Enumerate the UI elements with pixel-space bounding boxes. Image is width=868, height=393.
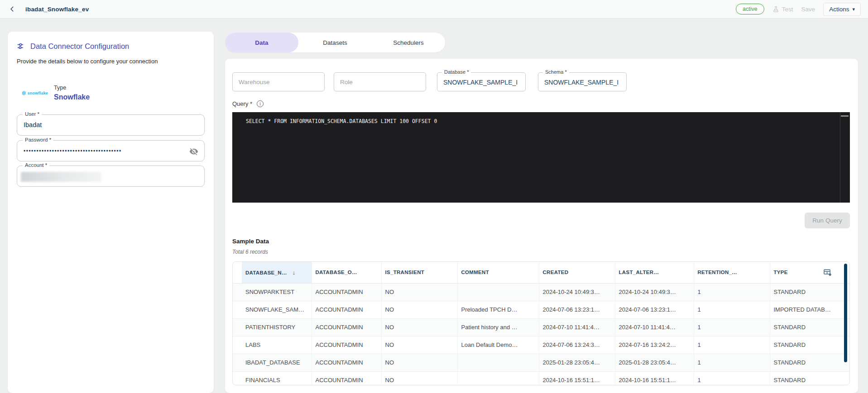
table-cell: 2024-10-24 10:49:3… <box>615 283 694 301</box>
role-field[interactable] <box>334 72 426 91</box>
table-cell: 2024-07-16 13:24:2… <box>615 336 694 354</box>
top-bar: ibadat_Snowflake_ev active Test Save Act… <box>0 0 868 19</box>
table-scrollbar-thumb[interactable] <box>844 264 847 362</box>
table-cell: NO <box>381 318 457 336</box>
table-row[interactable]: PATIENTHISTORYACCOUNTADMINNOPatient hist… <box>233 318 849 336</box>
column-header-database-o[interactable]: DATABASE_O… <box>312 262 381 283</box>
account-field-redacted-value <box>21 172 101 182</box>
query-text: SELECT * FROM INFORMATION_SCHEMA.DATABAS… <box>232 112 850 124</box>
table-cell: ACCOUNTADMIN <box>312 301 381 318</box>
table-row[interactable]: SNOWPARKTESTACCOUNTADMINNO2024-10-24 10:… <box>233 283 849 301</box>
tab-datasets[interactable]: Datasets <box>298 33 372 52</box>
query-code-editor[interactable]: SELECT * FROM INFORMATION_SCHEMA.DATABAS… <box>232 112 850 203</box>
table-row[interactable]: SNOWFLAKE_SAM…ACCOUNTADMINNOPreloaded TP… <box>233 301 849 318</box>
column-header-retention[interactable]: RETENTION_… <box>694 262 770 283</box>
table-cell: Loan Default Demo… <box>457 336 539 354</box>
table-cell: ACCOUNTADMIN <box>312 336 381 354</box>
eye-off-icon <box>189 147 198 156</box>
column-settings-icon[interactable] <box>823 268 832 279</box>
password-field[interactable]: Password * •••••••••••••••••••••••••••••… <box>17 140 205 161</box>
column-header-label: TYPE <box>774 270 788 275</box>
sample-data-table: DATABASE_N…↓DATABASE_O…IS_TRANSIENTCOMME… <box>232 261 850 385</box>
table-cell: ACCOUNTADMIN <box>312 354 381 371</box>
database-field-label: Database * <box>442 69 471 75</box>
run-query-button[interactable]: Run Query <box>805 213 850 228</box>
account-field[interactable]: Account * <box>17 166 205 187</box>
config-panel: Data Connector Configuration Provide the… <box>8 32 214 393</box>
table-cell: IBADAT_DATABASE <box>242 354 312 371</box>
table-cell: SNOWFLAKE_SAM… <box>242 301 312 318</box>
column-header-last-alter[interactable]: LAST_ALTER… <box>615 262 694 283</box>
table-cell: 2024-07-06 13:23:1… <box>615 301 694 318</box>
password-field-label: Password * <box>23 137 53 142</box>
table-cell: 2025-01-28 23:05:4… <box>539 354 615 371</box>
data-tab-panel: Database * SNOWFLAKE_SAMPLE_I Schema * S… <box>225 59 858 393</box>
actions-button[interactable]: Actions ▾ <box>823 3 861 16</box>
sort-descending-icon[interactable]: ↓ <box>293 269 296 276</box>
schema-field-label: Schema * <box>543 69 569 75</box>
snowflake-logo: ❄ snowflake <box>21 90 45 97</box>
table-cell: STANDARD <box>770 283 849 301</box>
back-button[interactable] <box>7 4 17 14</box>
test-button[interactable]: Test <box>772 6 793 13</box>
column-header-label: RETENTION_… <box>698 270 738 275</box>
config-title: Data Connector Configuration <box>30 42 129 51</box>
editor-scrollbar-thumb[interactable] <box>841 115 849 117</box>
column-header-database-n[interactable]: DATABASE_N…↓ <box>242 262 312 283</box>
table-cell <box>457 371 539 385</box>
role-input[interactable] <box>334 73 426 91</box>
column-header-label: COMMENT <box>461 270 489 275</box>
info-icon[interactable]: i <box>257 100 264 107</box>
table-cell: 1 <box>694 371 770 385</box>
schema-field-value: SNOWFLAKE_SAMPLE_I <box>538 73 626 86</box>
table-row[interactable]: LABSACCOUNTADMINNOLoan Default Demo…2024… <box>233 336 849 354</box>
table-cell: PATIENTHISTORY <box>242 318 312 336</box>
table-cell: 2024-10-24 10:49:3… <box>539 283 615 301</box>
user-field-value: Ibadat <box>17 115 204 128</box>
warehouse-field[interactable] <box>232 72 325 91</box>
user-field-label: User * <box>23 111 42 117</box>
database-field-value: SNOWFLAKE_SAMPLE_I <box>437 73 525 86</box>
table-cell-gutter <box>233 336 242 354</box>
table-cell: 2024-10-16 15:51:1… <box>539 371 615 385</box>
table-row[interactable]: IBADAT_DATABASEACCOUNTADMINNO2025-01-28 … <box>233 354 849 371</box>
sample-data-title: Sample Data <box>232 238 269 245</box>
table-cell: NO <box>381 336 457 354</box>
snowflake-icon: ❄ <box>21 90 27 97</box>
database-field[interactable]: Database * SNOWFLAKE_SAMPLE_I <box>437 72 526 91</box>
table-cell: ACCOUNTADMIN <box>312 371 381 385</box>
column-header-type[interactable]: TYPE <box>770 262 849 283</box>
save-button[interactable]: Save <box>801 6 815 13</box>
table-cell: 2024-07-10 11:41:4… <box>615 318 694 336</box>
table-cell: 1 <box>694 336 770 354</box>
schema-field[interactable]: Schema * SNOWFLAKE_SAMPLE_I <box>538 72 627 91</box>
table-header-gutter <box>233 262 242 283</box>
table-cell: SNOWPARKTEST <box>242 283 312 301</box>
column-header-label: DATABASE_O… <box>316 270 357 275</box>
sample-data-record-count: Total 6 records <box>232 249 268 255</box>
column-header-comment[interactable]: COMMENT <box>457 262 539 283</box>
column-header-label: LAST_ALTER… <box>619 270 659 275</box>
user-field[interactable]: User * Ibadat <box>17 114 205 136</box>
warehouse-input[interactable] <box>233 73 324 91</box>
chevron-down-icon: ▾ <box>852 6 855 12</box>
table-cell: 1 <box>694 318 770 336</box>
toggle-password-visibility-button[interactable] <box>187 145 201 158</box>
tab-schedulers[interactable]: Schedulers <box>372 33 445 52</box>
type-label: Type <box>54 85 90 91</box>
table-cell: NO <box>381 283 457 301</box>
table-cell-gutter <box>233 318 242 336</box>
chevron-left-icon <box>9 6 15 12</box>
table-cell: 2024-07-06 13:23:1… <box>539 301 615 318</box>
column-header-label: IS_TRANSIENT <box>385 270 425 275</box>
table-cell: LABS <box>242 336 312 354</box>
column-header-created[interactable]: CREATED <box>539 262 615 283</box>
table-row[interactable]: FINANCIALSACCOUNTADMINNO2024-10-16 15:51… <box>233 371 849 385</box>
page-title: ibadat_Snowflake_ev <box>25 6 89 13</box>
save-button-label: Save <box>801 6 815 13</box>
table-cell <box>457 354 539 371</box>
column-header-is-transient[interactable]: IS_TRANSIENT <box>381 262 457 283</box>
table-cell: ACCOUNTADMIN <box>312 318 381 336</box>
table-cell: 2024-10-16 15:51:1… <box>615 371 694 385</box>
tab-data[interactable]: Data <box>225 33 298 52</box>
